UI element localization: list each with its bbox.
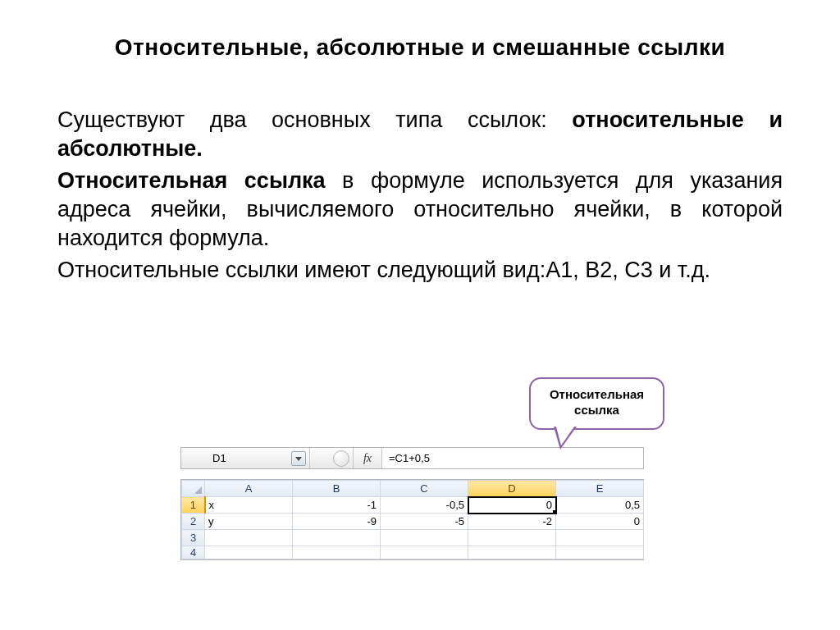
select-all-corner[interactable] — [182, 481, 205, 497]
cell-b2[interactable]: -9 — [293, 514, 381, 530]
grid-table: A B C D E 1 x -1 -0,5 0 0,5 2 y -9 — [181, 480, 644, 559]
formula-input[interactable]: =C1+0,5 — [382, 448, 643, 468]
formula-tools — [310, 448, 354, 468]
cell-b4[interactable] — [293, 546, 381, 559]
cell-c3[interactable] — [381, 530, 468, 546]
paragraph-3: Относительные ссылки имеют следующий вид… — [57, 256, 783, 285]
col-header-d[interactable]: D — [468, 481, 556, 497]
cell-d2[interactable]: -2 — [468, 514, 556, 530]
table-row: 2 y -9 -5 -2 0 — [182, 514, 644, 530]
cell-d1[interactable]: 0 — [468, 497, 556, 514]
row-header-1[interactable]: 1 — [182, 497, 205, 514]
row-header-4[interactable]: 4 — [182, 546, 205, 559]
cell-e3[interactable] — [556, 530, 644, 546]
table-row: 3 — [182, 530, 644, 546]
chevron-down-icon — [295, 457, 302, 461]
cell-e4[interactable] — [556, 546, 644, 559]
cell-e2[interactable]: 0 — [556, 514, 644, 530]
cell-d4[interactable] — [468, 546, 556, 559]
cell-d3[interactable] — [468, 530, 556, 546]
cell-a2[interactable]: y — [205, 514, 293, 530]
formula-bar: D1 fx =C1+0,5 — [180, 447, 644, 469]
slide: Относительные, абсолютные и смешанные сс… — [0, 0, 840, 630]
name-box[interactable]: D1 — [181, 448, 310, 468]
cell-a3[interactable] — [205, 530, 293, 546]
cell-e1[interactable]: 0,5 — [556, 497, 644, 514]
body-text: Существуют два основных типа ссылок: отн… — [57, 106, 783, 285]
cell-b3[interactable] — [293, 530, 381, 546]
table-row: 1 x -1 -0,5 0 0,5 — [182, 497, 644, 514]
row-header-2[interactable]: 2 — [182, 514, 205, 530]
row-header-3[interactable]: 3 — [182, 530, 205, 546]
paragraph-1: Существуют два основных типа ссылок: отн… — [57, 106, 783, 163]
col-header-c[interactable]: C — [381, 481, 468, 497]
slide-title: Относительные, абсолютные и смешанные сс… — [57, 34, 783, 61]
col-header-e[interactable]: E — [556, 481, 644, 497]
cell-a1[interactable]: x — [205, 497, 293, 514]
callout-line1: Относительная — [536, 387, 658, 403]
p1-text: Существуют два основных типа ссылок: — [57, 107, 572, 132]
spacer — [180, 469, 644, 479]
excel-screenshot: D1 fx =C1+0,5 — [180, 447, 644, 560]
cell-a4[interactable] — [205, 546, 293, 559]
fx-label-text: fx — [363, 452, 372, 465]
table-row: 4 — [182, 546, 644, 559]
name-box-value: D1 — [212, 452, 226, 464]
callout-line2: ссылка — [536, 403, 658, 418]
worksheet: A B C D E 1 x -1 -0,5 0 0,5 2 y -9 — [180, 479, 644, 560]
col-header-a[interactable]: A — [205, 481, 293, 497]
p2-bold: Относительная ссылка — [57, 168, 326, 193]
name-box-dropdown[interactable] — [291, 451, 306, 466]
fx-button[interactable]: fx — [354, 448, 382, 468]
paragraph-2: Относительная ссылка в формуле используе… — [57, 167, 783, 253]
formula-text: =C1+0,5 — [389, 452, 430, 464]
cell-c1[interactable]: -0,5 — [381, 497, 468, 514]
callout-arrow-fill — [556, 427, 574, 445]
expand-formula-icon[interactable] — [333, 450, 349, 467]
cell-b1[interactable]: -1 — [293, 497, 381, 514]
cell-c2[interactable]: -5 — [381, 514, 468, 530]
callout-bubble: Относительная ссылка — [529, 377, 664, 430]
column-header-row: A B C D E — [182, 481, 644, 497]
cell-c4[interactable] — [381, 546, 468, 559]
col-header-b[interactable]: B — [293, 481, 381, 497]
